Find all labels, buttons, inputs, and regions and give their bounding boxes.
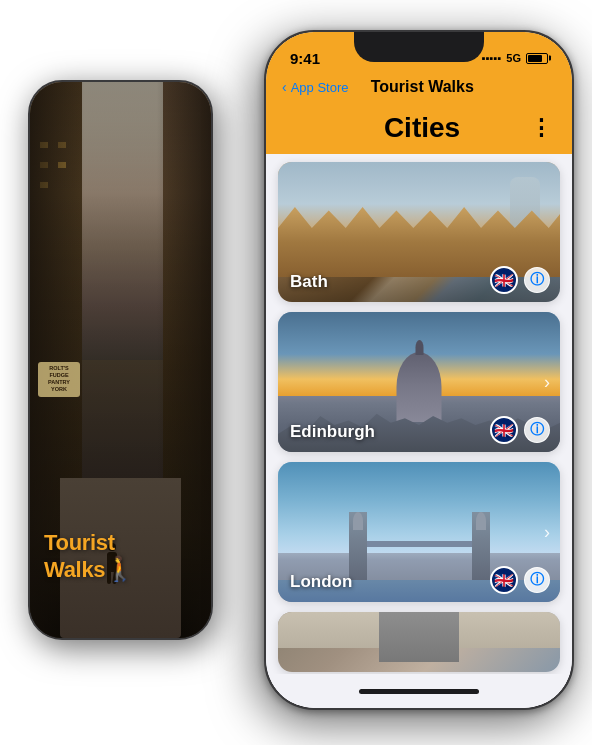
phone-back: ROLT'S FUDGE PANTRY YORK Tourist Walks 🚶 — [28, 80, 213, 640]
bath-label: Bath — [290, 272, 328, 292]
bath-info-button[interactable]: ⓘ — [524, 267, 550, 293]
cities-list: Bath 🇬🇧 ⓘ Edinburgh 🇬🇧 — [266, 154, 572, 674]
york-image — [278, 612, 560, 672]
signal-icon: ▪▪▪▪▪ — [482, 52, 502, 64]
london-sky — [278, 462, 560, 553]
bath-actions: 🇬🇧 ⓘ — [490, 266, 550, 294]
london-chevron-icon: › — [544, 522, 550, 543]
status-icons: ▪▪▪▪▪ 5G — [482, 52, 548, 64]
notch — [354, 32, 484, 62]
back-screen: ROLT'S FUDGE PANTRY YORK Tourist Walks 🚶 — [30, 82, 211, 638]
edinburgh-info-button[interactable]: ⓘ — [524, 417, 550, 443]
london-actions: 🇬🇧 ⓘ — [490, 566, 550, 594]
london-info-button[interactable]: ⓘ — [524, 567, 550, 593]
bath-flag[interactable]: 🇬🇧 — [490, 266, 518, 294]
battery-fill — [528, 55, 542, 62]
safe-area — [266, 674, 572, 708]
edinburgh-monument — [397, 352, 442, 422]
edinburgh-actions: 🇬🇧 ⓘ — [490, 416, 550, 444]
city-card-bath[interactable]: Bath 🇬🇧 ⓘ — [278, 162, 560, 302]
page-title: Cities — [314, 112, 530, 144]
london-flag[interactable]: 🇬🇧 — [490, 566, 518, 594]
shop-sign: ROLT'S FUDGE PANTRY YORK — [38, 362, 80, 397]
app-store-bar[interactable]: ‹ App Store Tourist Walks — [266, 76, 572, 106]
tower-bridge-span — [367, 541, 472, 547]
scene: ROLT'S FUDGE PANTRY YORK Tourist Walks 🚶 — [0, 0, 592, 745]
back-branding: Tourist Walks 🚶 — [30, 530, 211, 583]
more-menu-button[interactable]: ⋮ — [530, 115, 552, 141]
london-label: London — [290, 572, 352, 592]
status-time: 9:41 — [290, 50, 320, 67]
brand-line1: Tourist — [44, 530, 197, 555]
edinburgh-flag[interactable]: 🇬🇧 — [490, 416, 518, 444]
back-arrow-icon: ‹ — [282, 79, 287, 95]
walker-icon: 🚶 — [105, 555, 135, 583]
main-nav: Cities ⋮ — [266, 106, 572, 154]
city-card-london[interactable]: London 🇬🇧 ⓘ › — [278, 462, 560, 602]
city-card-edinburgh[interactable]: Edinburgh 🇬🇧 ⓘ › — [278, 312, 560, 452]
app-title: Tourist Walks — [289, 78, 557, 96]
brand-line2: Walks 🚶 — [44, 555, 197, 583]
front-screen: 9:41 ▪▪▪▪▪ 5G ‹ App Store Tourist Walks … — [266, 32, 572, 708]
phone-front: 9:41 ▪▪▪▪▪ 5G ‹ App Store Tourist Walks … — [264, 30, 574, 710]
city-card-york[interactable] — [278, 612, 560, 672]
home-indicator — [359, 689, 479, 694]
edinburgh-label: Edinburgh — [290, 422, 375, 442]
network-label: 5G — [506, 52, 521, 64]
york-minster — [379, 612, 459, 662]
york-minster-body — [379, 612, 459, 662]
battery-icon — [526, 53, 548, 64]
edinburgh-chevron-icon: › — [544, 372, 550, 393]
tower-bridge-right — [472, 512, 490, 582]
